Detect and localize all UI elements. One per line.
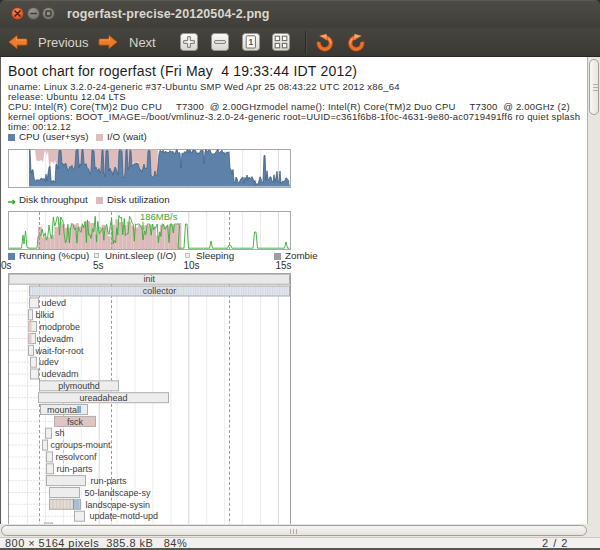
svg-text:186MB/s: 186MB/s: [140, 211, 178, 222]
svg-text:collector: collector: [143, 286, 177, 296]
svg-text:ureadahead: ureadahead: [79, 393, 127, 403]
svg-text:plymouthd: plymouthd: [58, 381, 100, 391]
svg-text:blkid: blkid: [36, 310, 55, 320]
svg-text:50-landscape-sy: 50-landscape-sy: [85, 488, 152, 498]
svg-text:run-parts: run-parts: [91, 476, 128, 486]
svg-text:wait-for-root: wait-for-root: [35, 346, 85, 356]
svg-text:udevadm: udevadm: [42, 369, 79, 379]
svg-text:udev: udev: [39, 357, 59, 367]
svg-text:update-motd-upd: update-motd-upd: [90, 511, 159, 521]
svg-text:mountall: mountall: [47, 405, 81, 415]
svg-text:modprobe: modprobe: [40, 322, 81, 332]
svg-text:1: 1: [248, 37, 253, 47]
svg-text:landscape-sysin: landscape-sysin: [86, 500, 151, 510]
svg-text:udevadm: udevadm: [37, 334, 74, 344]
svg-text:cgroups-mount: cgroups-mount: [51, 440, 112, 450]
svg-text:fsck: fsck: [67, 417, 84, 427]
svg-text:sh: sh: [55, 428, 65, 438]
svg-text:init: init: [143, 274, 155, 284]
svg-text:run-parts: run-parts: [57, 464, 94, 474]
svg-text:resolvconf: resolvconf: [56, 452, 98, 462]
svg-text:udevd: udevd: [42, 298, 67, 308]
